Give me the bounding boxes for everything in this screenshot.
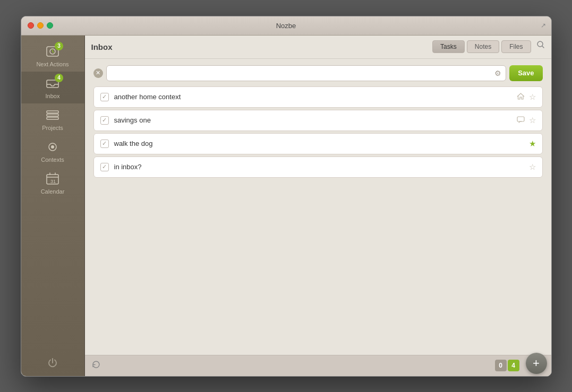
inbox-badge: 4 [55,74,63,82]
task-checkbox[interactable]: ✓ [100,140,109,148]
task-text: walk the dog [114,140,524,147]
next-actions-badge: 3 [55,42,63,50]
task-list: ✓ another home context ☆ [93,86,543,178]
main-header: Inbox Tasks Notes Files [85,36,551,59]
table-row[interactable]: ✓ savings one ☆ [93,110,543,131]
tab-notes[interactable]: Notes [467,40,499,53]
save-button[interactable]: Save [509,65,542,81]
tab-tasks[interactable]: Tasks [432,40,465,53]
count-zero-badge: 0 [495,360,507,371]
bottom-bar: 0 4 + [85,355,551,376]
search-settings-icon[interactable]: ⚙ [494,69,501,77]
table-row[interactable]: ✓ walk the dog ★ [93,133,543,154]
task-actions: ☆ [529,162,536,172]
title-bar: Nozbe ↗ [21,16,551,36]
table-row[interactable]: ✓ in inbox? ☆ [93,156,543,178]
tab-files[interactable]: Files [501,40,531,53]
sidebar-calendar-label: Calendar [41,188,65,195]
bottom-counts: 0 4 [495,360,519,371]
star-icon[interactable]: ☆ [529,92,536,102]
tasks-area: ✕ ⚙ Save ✓ another home context [85,59,551,355]
sidebar-item-next-actions[interactable]: 3 Next Actions [21,40,84,72]
next-actions-icon: 3 [45,44,60,59]
app-window: Nozbe ↗ 3 Next Actions [21,16,552,377]
count-four-badge: 4 [508,360,519,371]
sidebar: 3 Next Actions 4 Inbox [21,36,85,376]
contexts-icon [45,140,60,154]
star-icon[interactable]: ☆ [529,162,536,172]
sidebar-item-contexts[interactable]: Contexts [21,135,84,167]
sidebar-item-label: Next Actions [36,61,69,67]
app-body: 3 Next Actions 4 Inbox [21,36,551,376]
task-actions: ☆ [517,116,536,125]
task-checkbox[interactable]: ✓ [100,116,109,125]
page-title: Inbox [91,42,113,51]
task-actions: ☆ [517,92,536,102]
svg-rect-11 [517,117,524,121]
minimize-button[interactable] [37,22,44,29]
close-button[interactable] [28,22,34,29]
sidebar-item-calendar[interactable]: 31 Calendar [21,167,84,199]
main-area: Inbox Tasks Notes Files [85,36,551,376]
star-icon[interactable]: ☆ [529,116,536,125]
star-icon[interactable]: ★ [529,139,536,149]
header-tabs: Tasks Notes Files [432,40,544,53]
sidebar-projects-label: Projects [42,125,63,131]
expand-icon[interactable]: ↗ [541,22,546,29]
search-input[interactable] [111,69,495,77]
task-text: another home context [114,93,511,101]
projects-icon [45,108,60,123]
svg-rect-3 [47,111,58,113]
sidebar-inbox-label: Inbox [46,93,60,99]
window-title: Nozbe [276,22,296,30]
search-input-wrapper: ⚙ [106,65,507,81]
svg-point-7 [51,145,54,149]
comment-icon[interactable] [517,116,525,125]
add-icon: + [533,358,540,369]
power-icon [47,357,58,372]
calendar-icon: 31 [45,171,60,186]
svg-rect-5 [47,117,58,119]
task-checkbox[interactable]: ✓ [100,93,109,101]
add-button[interactable]: + [526,353,547,374]
sync-icon[interactable] [91,360,101,371]
power-button[interactable] [21,353,84,376]
maximize-button[interactable] [47,22,53,29]
search-cancel-button[interactable]: ✕ [93,68,103,78]
task-text: in inbox? [114,163,524,171]
sidebar-item-projects[interactable]: Projects [21,103,84,135]
table-row[interactable]: ✓ another home context ☆ [93,86,543,108]
svg-rect-4 [47,114,58,116]
task-text: savings one [114,116,511,124]
task-checkbox[interactable]: ✓ [100,163,109,171]
task-actions: ★ [529,139,536,149]
search-icon[interactable] [536,40,545,53]
svg-text:31: 31 [50,179,56,184]
inbox-icon: 4 [45,76,60,91]
home-icon[interactable] [517,92,525,102]
sidebar-item-inbox[interactable]: 4 Inbox [21,72,84,103]
search-bar: ✕ ⚙ Save [93,65,543,81]
traffic-lights [28,22,53,29]
sidebar-contexts-label: Contexts [41,156,64,163]
